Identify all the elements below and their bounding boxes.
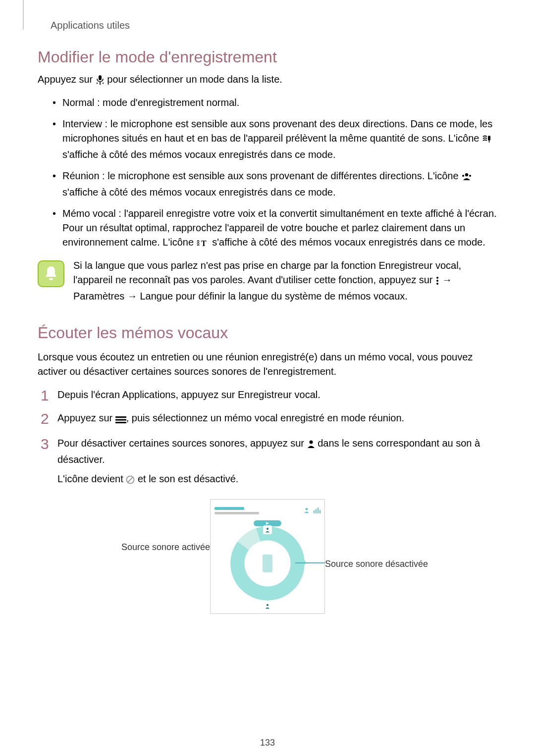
app-name: Enregistreur vocal xyxy=(238,389,318,400)
note-bell-icon xyxy=(38,260,64,287)
text: Appuyez sur xyxy=(57,412,115,423)
text: : le microphone est sensible aux sons pr… xyxy=(100,170,462,181)
page: Applications utiles Modifier le mode d'e… xyxy=(0,0,535,756)
text: s'affiche à côté des mémos vocaux enregi… xyxy=(62,149,336,160)
list-item: Mémo vocal : l'appareil enregistre votre… xyxy=(53,206,497,252)
step-item: Depuis l'écran Applications, appuyez sur… xyxy=(38,388,497,402)
mode-label: Interview xyxy=(62,118,102,129)
text: . xyxy=(318,389,321,400)
svg-rect-22 xyxy=(316,509,317,513)
callout-line xyxy=(295,562,325,563)
svg-rect-0 xyxy=(99,75,102,80)
meeting-icon xyxy=(461,171,472,185)
mic-mode-icon xyxy=(96,74,105,89)
step-item: Appuyez sur , puis sélectionnez un mémo … xyxy=(38,411,497,427)
svg-rect-24 xyxy=(320,510,321,513)
steps-list: Depuis l'écran Applications, appuyez sur… xyxy=(38,388,497,488)
text: Pour désactiver certaines sources sonore… xyxy=(57,438,307,449)
listen-paragraph: Lorsque vous écoutez un entretien ou une… xyxy=(38,350,497,379)
person-muted-icon xyxy=(126,474,135,488)
page-corner-rule xyxy=(23,0,24,30)
mode-label: Mémo vocal xyxy=(62,208,116,219)
svg-line-19 xyxy=(128,477,133,482)
svg-point-2 xyxy=(97,83,98,84)
recording-title-placeholder xyxy=(214,507,259,514)
svg-point-17 xyxy=(309,441,313,444)
mode-list: Normal : mode d'enregistrement normal. I… xyxy=(38,96,497,252)
arrow: → xyxy=(439,274,452,285)
text: s'affiche à côté des mémos vocaux enregi… xyxy=(62,187,336,198)
svg-rect-16 xyxy=(115,422,126,423)
svg-point-27 xyxy=(267,604,268,606)
svg-rect-15 xyxy=(115,419,126,421)
page-number: 133 xyxy=(0,738,535,748)
bars-icon xyxy=(314,507,321,513)
list-item: Normal : mode d'enregistrement normal. xyxy=(53,96,497,110)
list-item: Réunion : le microphone est sensible aux… xyxy=(53,169,497,200)
svg-text:T: T xyxy=(201,239,207,248)
mode-label: Réunion xyxy=(62,170,100,181)
source-node-bottom xyxy=(263,602,272,610)
text: pour définir la langue du système de mém… xyxy=(173,291,408,302)
note-block: Si la langue que vous parlez n'est pas p… xyxy=(38,258,497,303)
svg-point-20 xyxy=(306,508,308,510)
step-item: Pour désactiver certaines sources sonore… xyxy=(38,436,497,488)
menu-lines-icon xyxy=(115,413,126,427)
text: : mode d'enregistrement normal. xyxy=(94,97,239,108)
heading-modify-mode: Modifier le mode d'enregistrement xyxy=(38,48,497,66)
voice-memo-icon: T xyxy=(197,237,210,252)
mode-label: Normal xyxy=(62,97,94,108)
intro-paragraph: Appuyez sur pour sélectionner un mode da… xyxy=(38,72,497,89)
more-options-icon xyxy=(435,275,439,289)
svg-marker-25 xyxy=(266,522,269,525)
svg-point-7 xyxy=(465,173,468,176)
source-node-top xyxy=(263,525,272,534)
text: , puis sélectionnez un mémo vocal enregi… xyxy=(126,412,404,423)
svg-point-26 xyxy=(267,528,268,530)
phone-center-icon xyxy=(263,554,272,572)
text: Appuyez sur xyxy=(38,74,96,85)
list-item: Interview : le microphone est sensible a… xyxy=(53,117,497,162)
person-small-icon xyxy=(304,507,310,513)
callout-label-left: Source sonore activée xyxy=(121,541,210,554)
interview-icon xyxy=(482,133,492,148)
menu-item: Paramètres xyxy=(73,291,124,302)
person-active-icon xyxy=(307,438,315,453)
text: Si la langue que vous parlez n'est pas p… xyxy=(73,260,461,285)
svg-rect-5 xyxy=(488,136,490,141)
svg-rect-23 xyxy=(318,507,319,513)
header-icons xyxy=(304,507,321,513)
heading-listen: Écouter les mémos vocaux xyxy=(38,321,497,344)
text: s'affiche à côté des mémos vocaux enregi… xyxy=(212,237,485,248)
arrow: → xyxy=(124,291,140,302)
svg-point-11 xyxy=(436,277,438,279)
text: L'icône devient xyxy=(57,473,126,484)
svg-point-8 xyxy=(462,175,464,177)
phone-header xyxy=(211,500,324,519)
svg-rect-14 xyxy=(115,416,126,418)
section-header: Applications utiles xyxy=(51,20,497,31)
svg-point-9 xyxy=(469,175,471,177)
text: pour sélectionner un mode dans la liste. xyxy=(107,74,282,85)
svg-point-4 xyxy=(103,83,104,84)
note-text: Si la langue que vous parlez n'est pas p… xyxy=(73,258,497,303)
svg-point-12 xyxy=(436,280,438,282)
menu-item: Langue xyxy=(140,291,173,302)
svg-point-3 xyxy=(100,84,101,85)
text: et le son est désactivé. xyxy=(138,473,238,484)
diagram: Source sonore activée xyxy=(38,497,497,616)
text: : le microphone est sensible aux sons pr… xyxy=(62,118,492,144)
phone-screenshot xyxy=(210,499,325,614)
svg-point-13 xyxy=(436,283,438,285)
text: Depuis l'écran Applications, appuyez sur xyxy=(57,389,238,400)
callout-label-right: Source sonore désactivée xyxy=(325,557,428,570)
svg-rect-21 xyxy=(314,510,315,513)
